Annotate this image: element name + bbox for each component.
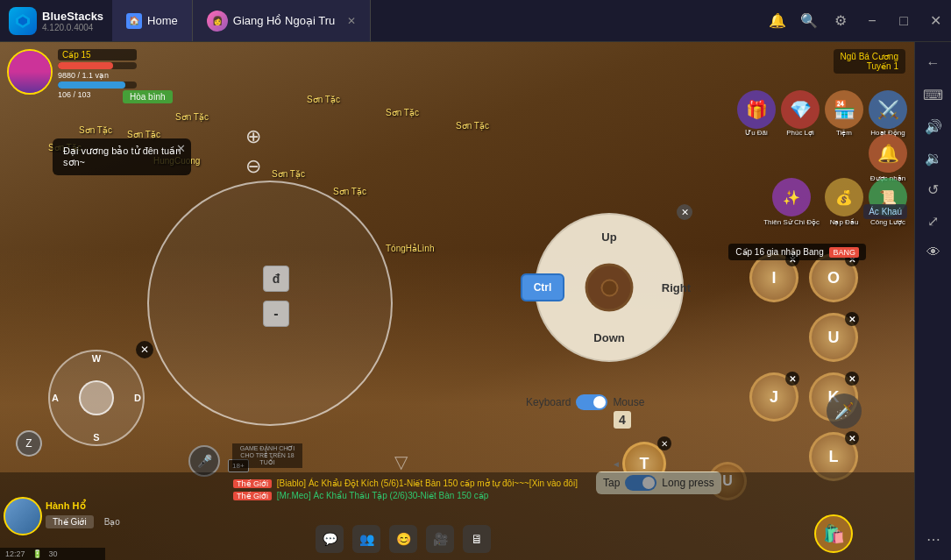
chat-area: Hành Hổ Thế Giới Bạo Thế Giới [Biablo] Á… [0,472,914,560]
z-button[interactable]: Z [16,430,42,457]
tiem-btn[interactable]: 🏪 Tiệm [825,90,863,137]
u-key-button2[interactable]: ✕ U [809,313,858,362]
ac-kha-button[interactable]: Ác Khaú [863,204,907,219]
t-arrow-icon: ◄ [612,459,621,469]
shop-button[interactable]: 🛍️ [814,514,853,553]
bluestacks-icon [9,7,37,35]
d-key-button[interactable]: đ [263,266,289,292]
t-remove-btn[interactable]: ✕ [657,436,671,450]
screen-icon[interactable]: 🖥 [463,525,491,553]
weapon-icon[interactable]: 🗡️ [827,393,862,429]
sidebar-rotate-btn[interactable]: ↺ [919,175,947,203]
j-key-button[interactable]: ✕ J [749,372,798,422]
joystick-remove-btn[interactable]: ✕ [136,341,153,358]
chat-popup-close[interactable]: ✕ [176,142,186,155]
camera-icon[interactable]: 🎥 [426,525,454,553]
zoom-in-icon[interactable]: ⊕ [245,125,261,148]
time-display: 12:27 [5,549,25,558]
mic-icon: 🎤 [197,454,212,468]
sidebar-fullscreen-btn[interactable]: ⤢ [919,207,947,235]
thien-su-label: Thiên Sứ Chi Độc [763,218,820,226]
tab-home-label: Home [147,14,178,27]
duoc-nhan-btn[interactable]: 🔔 Được nhận [869,134,907,182]
status-bar: 12:27 🔋 30 [0,548,105,560]
minus-key-button[interactable]: - [263,301,289,327]
avatar-image [9,51,51,93]
sidebar-volume-down-btn[interactable]: 🔉 [919,144,947,172]
chat-msg-1-text: [Biablo] Ác Khẩu Đột Kích (5/6)1-Niết Bà… [277,478,578,488]
ctrl-button[interactable]: Ctrl [521,273,564,301]
zoom-buttons[interactable]: ⊕ ⊖ [245,125,261,178]
chat-tab-bao[interactable]: Bạo [97,515,127,528]
hanh-ho-name: Hành Hổ [46,500,127,512]
map-label: Sơn Tặc [333,187,366,196]
hp-text: 9880 / 1.1 vạn [58,71,137,80]
restore-btn[interactable]: □ [888,5,919,37]
app-name: BlueStacks [42,10,103,23]
chat-tab-world[interactable]: Thế Giới [46,515,94,528]
sidebar-back-btn[interactable]: ← [919,49,947,77]
a-key-label: A [52,393,59,403]
o-key-button[interactable]: ✕ O [809,253,858,302]
down-arrow-icon: ▽ [394,451,408,472]
thien-su-icon: ✨ [772,178,811,216]
chat-icon[interactable]: 💬 [316,525,344,553]
uu-dai-btn[interactable]: 🎁 Ưu Đãi [737,90,776,137]
chat-popup-text: Đại vương bảo tử đên tuần [63,145,181,157]
action-buttons: ✕ I ✕ O ✕ U ✕ J ✕ K ✕ L [749,253,862,481]
chat-msg-1: Thế Giới [Biablo] Ác Khẩu Đột Kích (5/6)… [233,478,909,490]
settings-btn[interactable]: ⚙ [825,5,856,37]
hoa-binh-button[interactable]: Hòa bình [123,90,173,103]
sidebar-volume-up-btn[interactable]: 🔊 [919,112,947,140]
thien-su-btn[interactable]: ✨ Thiên Sứ Chi Độc [763,178,820,226]
nap-dau-btn[interactable]: 💰 Nạp Đầu [825,178,863,226]
map-label: Sơn Tặc [386,108,419,117]
phuc-loi-icon: 💎 [781,90,820,129]
tab-game-label: Giang Hồ Ngoại Tru [233,14,335,27]
tab-home[interactable]: 🏠 Home [112,0,193,41]
nap-dau-label: Nạp Đầu [830,218,859,226]
l-key-label: L [829,448,839,466]
bluestacks-logo: BlueStacks 4.120.0.4004 [0,7,112,35]
chat-msg-2-text: [Mr.Meo] Ác Khẩu Thấu Tập (2/6)30-Niết B… [277,491,488,500]
phuc-loi-btn[interactable]: 💎 Phúc Lợi [781,90,820,137]
u-remove-btn2[interactable]: ✕ [845,312,859,326]
emoji-icon[interactable]: 😊 [389,525,417,553]
kb-mouse-switch[interactable] [576,394,607,410]
map-label: Sơn Tặc [175,112,209,122]
kb-mouse-knob [593,396,606,408]
l-remove-btn[interactable]: ✕ [845,431,859,445]
sidebar-eye-btn[interactable]: 👁 [919,238,947,266]
community-icon[interactable]: 👥 [352,525,380,553]
dpad-center[interactable] [586,264,634,312]
i-key-button[interactable]: ✕ I [749,253,798,302]
tab-game[interactable]: 👩 Giang Hồ Ngoại Tru ✕ [193,0,371,41]
notification-btn[interactable]: 🔔 [762,5,793,37]
k-remove-btn[interactable]: ✕ [845,372,859,386]
map-label: Sơn Tặc [307,95,340,104]
cong-luoc-label: Công Lược [870,218,905,226]
game-area[interactable]: Sơn Tặc Sơn Tặc Sơn Tặc Sơn Tặc Sơn Tặc … [0,42,914,560]
t-key-label: T [640,455,649,473]
dpad-up-label: Up [601,230,616,244]
zoom-out-icon[interactable]: ⊖ [245,155,261,178]
tab-close-icon[interactable]: ✕ [347,15,356,27]
dpad-container: Up Right Down Ctrl [517,204,692,379]
z-key-label: Z [25,437,32,450]
server-info: Ngũ Bá Cương Tuyến 1 [834,49,905,74]
minus-key-label: - [273,306,278,322]
phuc-loi-label: Phúc Lợi [786,129,814,137]
search-btn[interactable]: 🔍 [793,5,825,37]
duoc-nhan-icon: 🔔 [869,134,907,173]
sidebar-more-btn[interactable]: ⋯ [919,525,947,553]
mouse-label: Mouse [613,396,644,408]
j-remove-btn[interactable]: ✕ [785,372,799,386]
hoat-dong-btn[interactable]: ⚔️ Hoạt Động [869,90,907,137]
shop-icon-area: 🛍️ [814,514,853,553]
minimize-btn[interactable]: − [856,5,888,37]
chat-msg-2: Thế Giới [Mr.Meo] Ác Khẩu Thấu Tập (2/6)… [233,490,909,502]
sidebar-keyboard-btn[interactable]: ⌨ [919,81,947,109]
map-label: Sơn Tặc [79,125,112,135]
close-btn[interactable]: ✕ [919,5,951,37]
joystick[interactable]: ✕ W A S D [48,350,145,446]
